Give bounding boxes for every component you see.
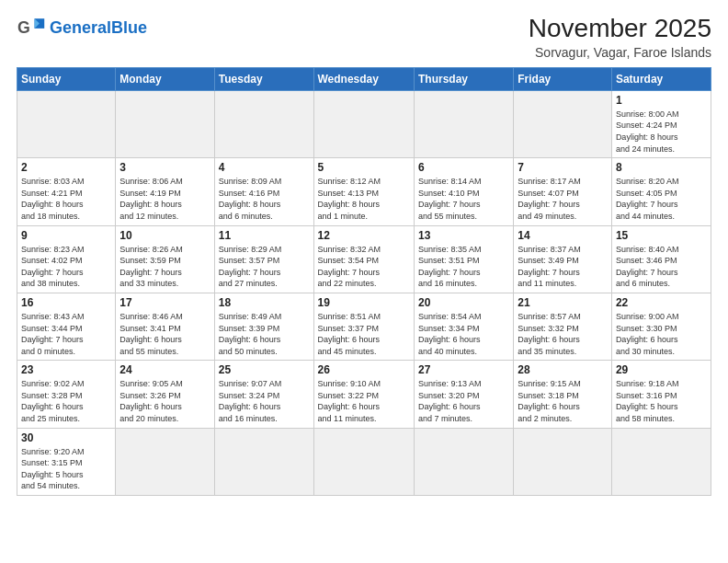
day-number: 27	[418, 363, 509, 376]
day-info: Sunrise: 9:00 AM Sunset: 3:30 PM Dayligh…	[616, 311, 707, 357]
calendar-cell: 3Sunrise: 8:06 AM Sunset: 4:19 PM Daylig…	[116, 158, 214, 225]
day-number: 24	[119, 363, 210, 376]
calendar-cell	[214, 90, 313, 157]
calendar-cell	[116, 428, 214, 495]
calendar-cell	[514, 428, 612, 495]
day-info: Sunrise: 8:20 AM Sunset: 4:05 PM Dayligh…	[616, 176, 707, 222]
calendar-week-2: 9Sunrise: 8:23 AM Sunset: 4:02 PM Daylig…	[17, 225, 711, 293]
calendar-week-1: 2Sunrise: 8:03 AM Sunset: 4:21 PM Daylig…	[17, 158, 711, 225]
calendar-cell: 24Sunrise: 9:05 AM Sunset: 3:26 PM Dayli…	[116, 361, 214, 428]
calendar-cell	[611, 428, 711, 495]
calendar-week-5: 30Sunrise: 9:20 AM Sunset: 3:15 PM Dayli…	[17, 428, 711, 495]
day-info: Sunrise: 8:37 AM Sunset: 3:49 PM Dayligh…	[518, 244, 608, 290]
location-title: Sorvagur, Vagar, Faroe Islands	[529, 45, 711, 60]
weekday-header-saturday: Saturday	[611, 67, 711, 90]
day-number: 22	[616, 296, 707, 309]
calendar-cell: 23Sunrise: 9:02 AM Sunset: 3:28 PM Dayli…	[17, 361, 116, 428]
day-number: 30	[21, 431, 111, 444]
calendar-cell: 11Sunrise: 8:29 AM Sunset: 3:57 PM Dayli…	[214, 225, 313, 293]
day-info: Sunrise: 8:23 AM Sunset: 4:02 PM Dayligh…	[21, 244, 111, 290]
day-info: Sunrise: 8:54 AM Sunset: 3:34 PM Dayligh…	[418, 311, 509, 357]
calendar-cell: 10Sunrise: 8:26 AM Sunset: 3:59 PM Dayli…	[116, 225, 214, 293]
calendar-cell: 21Sunrise: 8:57 AM Sunset: 3:32 PM Dayli…	[514, 293, 612, 360]
day-info: Sunrise: 8:51 AM Sunset: 3:37 PM Dayligh…	[318, 311, 410, 357]
day-info: Sunrise: 8:29 AM Sunset: 3:57 PM Dayligh…	[219, 244, 310, 290]
weekday-header-thursday: Thursday	[414, 67, 513, 90]
weekday-header-monday: Monday	[116, 67, 214, 90]
day-number: 21	[518, 296, 608, 309]
calendar-cell: 27Sunrise: 9:13 AM Sunset: 3:20 PM Dayli…	[414, 361, 513, 428]
weekday-header-row: SundayMondayTuesdayWednesdayThursdayFrid…	[17, 67, 711, 90]
day-info: Sunrise: 8:12 AM Sunset: 4:13 PM Dayligh…	[318, 176, 410, 222]
day-number: 14	[518, 229, 608, 242]
calendar-cell: 25Sunrise: 9:07 AM Sunset: 3:24 PM Dayli…	[214, 361, 313, 428]
weekday-header-sunday: Sunday	[17, 67, 116, 90]
day-info: Sunrise: 8:57 AM Sunset: 3:32 PM Dayligh…	[518, 311, 608, 357]
calendar-cell: 13Sunrise: 8:35 AM Sunset: 3:51 PM Dayli…	[414, 225, 513, 293]
calendar-cell: 12Sunrise: 8:32 AM Sunset: 3:54 PM Dayli…	[313, 225, 414, 293]
calendar-cell	[313, 90, 414, 157]
day-info: Sunrise: 8:17 AM Sunset: 4:07 PM Dayligh…	[518, 176, 608, 222]
logo-blue: Blue	[111, 18, 147, 37]
day-number: 28	[518, 363, 608, 376]
calendar-cell: 8Sunrise: 8:20 AM Sunset: 4:05 PM Daylig…	[611, 158, 711, 225]
calendar-cell: 15Sunrise: 8:40 AM Sunset: 3:46 PM Dayli…	[611, 225, 711, 293]
day-number: 15	[616, 229, 707, 242]
day-info: Sunrise: 9:20 AM Sunset: 3:15 PM Dayligh…	[21, 446, 111, 492]
day-info: Sunrise: 9:02 AM Sunset: 3:28 PM Dayligh…	[21, 378, 111, 424]
day-number: 3	[119, 161, 210, 174]
day-number: 5	[318, 161, 410, 174]
calendar-week-0: 1Sunrise: 8:00 AM Sunset: 4:24 PM Daylig…	[17, 90, 711, 157]
calendar-cell: 14Sunrise: 8:37 AM Sunset: 3:49 PM Dayli…	[514, 225, 612, 293]
day-number: 11	[219, 229, 310, 242]
day-info: Sunrise: 8:14 AM Sunset: 4:10 PM Dayligh…	[418, 176, 509, 222]
day-info: Sunrise: 9:07 AM Sunset: 3:24 PM Dayligh…	[219, 378, 310, 424]
calendar-week-3: 16Sunrise: 8:43 AM Sunset: 3:44 PM Dayli…	[17, 293, 711, 360]
calendar-cell: 6Sunrise: 8:14 AM Sunset: 4:10 PM Daylig…	[414, 158, 513, 225]
calendar-cell: 17Sunrise: 8:46 AM Sunset: 3:41 PM Dayli…	[116, 293, 214, 360]
day-info: Sunrise: 8:35 AM Sunset: 3:51 PM Dayligh…	[418, 244, 509, 290]
day-info: Sunrise: 8:40 AM Sunset: 3:46 PM Dayligh…	[616, 244, 707, 290]
day-info: Sunrise: 8:06 AM Sunset: 4:19 PM Dayligh…	[119, 176, 210, 222]
day-number: 18	[219, 296, 310, 309]
weekday-header-tuesday: Tuesday	[214, 67, 313, 90]
calendar-cell: 16Sunrise: 8:43 AM Sunset: 3:44 PM Dayli…	[17, 293, 116, 360]
day-number: 2	[21, 161, 111, 174]
calendar-cell	[313, 428, 414, 495]
day-number: 23	[21, 363, 111, 376]
day-info: Sunrise: 8:09 AM Sunset: 4:16 PM Dayligh…	[219, 176, 310, 222]
weekday-header-friday: Friday	[514, 67, 612, 90]
calendar-cell	[116, 90, 214, 157]
day-number: 4	[219, 161, 310, 174]
calendar-cell	[214, 428, 313, 495]
page: G GeneralBlue November 2025 Sorvagur, Va…	[0, 0, 728, 563]
day-number: 7	[518, 161, 608, 174]
day-info: Sunrise: 9:05 AM Sunset: 3:26 PM Dayligh…	[119, 378, 210, 424]
day-info: Sunrise: 8:03 AM Sunset: 4:21 PM Dayligh…	[21, 176, 111, 222]
day-number: 29	[616, 363, 707, 376]
svg-text:G: G	[17, 18, 30, 37]
day-info: Sunrise: 8:43 AM Sunset: 3:44 PM Dayligh…	[21, 311, 111, 357]
calendar-cell	[514, 90, 612, 157]
calendar-cell: 30Sunrise: 9:20 AM Sunset: 3:15 PM Dayli…	[17, 428, 116, 495]
day-info: Sunrise: 8:46 AM Sunset: 3:41 PM Dayligh…	[119, 311, 210, 357]
day-number: 8	[616, 161, 707, 174]
calendar-cell: 1Sunrise: 8:00 AM Sunset: 4:24 PM Daylig…	[611, 90, 711, 157]
day-info: Sunrise: 8:00 AM Sunset: 4:24 PM Dayligh…	[616, 109, 707, 155]
day-number: 12	[318, 229, 410, 242]
day-number: 1	[616, 94, 707, 107]
calendar-cell: 22Sunrise: 9:00 AM Sunset: 3:30 PM Dayli…	[611, 293, 711, 360]
day-info: Sunrise: 9:10 AM Sunset: 3:22 PM Dayligh…	[318, 378, 410, 424]
header: G GeneralBlue November 2025 Sorvagur, Va…	[17, 15, 711, 60]
day-number: 17	[119, 296, 210, 309]
day-number: 26	[318, 363, 410, 376]
calendar-cell: 4Sunrise: 8:09 AM Sunset: 4:16 PM Daylig…	[214, 158, 313, 225]
logo: G GeneralBlue	[17, 15, 147, 40]
calendar-cell	[414, 90, 513, 157]
day-info: Sunrise: 9:13 AM Sunset: 3:20 PM Dayligh…	[418, 378, 509, 424]
day-info: Sunrise: 9:18 AM Sunset: 3:16 PM Dayligh…	[616, 378, 707, 424]
day-number: 6	[418, 161, 509, 174]
calendar-cell: 20Sunrise: 8:54 AM Sunset: 3:34 PM Dayli…	[414, 293, 513, 360]
logo-general: General	[50, 18, 111, 37]
month-title: November 2025	[529, 15, 711, 43]
